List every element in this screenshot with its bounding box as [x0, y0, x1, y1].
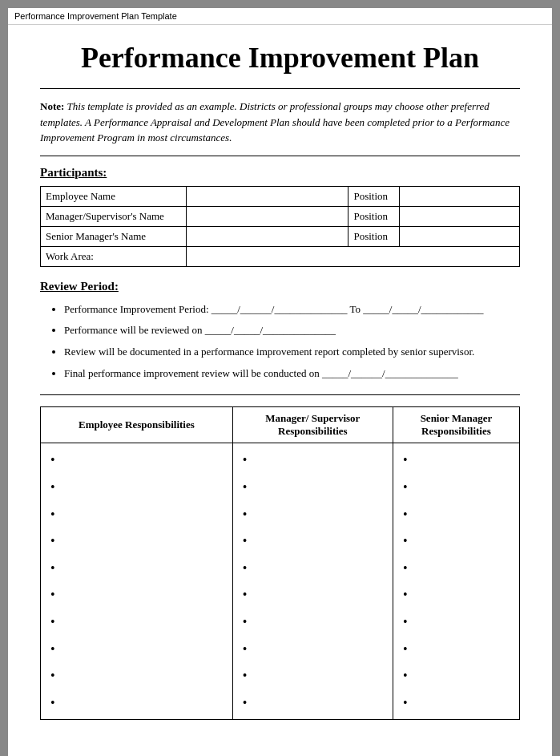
bullet: •	[400, 608, 513, 636]
bullet: •	[240, 501, 386, 528]
sr-mgr-resp-content: • • • • • • • • • •	[400, 447, 513, 716]
note-text: This template is provided as an example.…	[40, 100, 510, 144]
manager-name-label: Manager/Supervisor's Name	[41, 206, 187, 226]
main-title: Performance Improvement Plan	[40, 41, 520, 75]
note-label: Note:	[40, 100, 64, 112]
resp-header-row: Employee Responsibilities Manager/ Super…	[41, 407, 520, 443]
sr-mgr-resp-header: Senior ManagerResponsibilities	[393, 407, 519, 443]
bullet: •	[47, 528, 226, 555]
work-area-label: Work Area:	[41, 246, 187, 266]
bullet: •	[240, 689, 386, 717]
review-period-bullets: Performance Improvement Period: _____/__…	[64, 300, 520, 384]
bullet: •	[240, 555, 386, 582]
table-row: Senior Manager's Name Position	[41, 226, 520, 246]
bullet: •	[47, 555, 226, 582]
sr-mgr-resp-cell: • • • • • • • • • •	[393, 443, 519, 720]
divider-top	[40, 88, 520, 89]
emp-resp-content: • • • • • • • • • •	[47, 447, 226, 716]
page-content: Performance Improvement Plan Note: This …	[8, 25, 552, 744]
list-item: Review will be documented in a performan…	[64, 342, 520, 362]
bullet: •	[240, 636, 386, 663]
divider-after-note	[40, 156, 520, 156]
bullet: •	[240, 528, 386, 555]
table-row: Work Area:	[41, 246, 520, 266]
page-header-bar: Performance Improvement Plan Template	[8, 8, 552, 25]
position-value-2	[400, 226, 520, 246]
page-header-title: Performance Improvement Plan Template	[14, 11, 177, 21]
bullet: •	[47, 474, 226, 501]
bullet: •	[240, 447, 386, 474]
bullet: •	[47, 581, 226, 608]
list-item: Final performance improvement review wil…	[64, 364, 520, 384]
divider-before-resp	[40, 394, 520, 395]
manager-name-value	[186, 206, 348, 226]
bullet: •	[400, 636, 513, 663]
employee-name-label: Employee Name	[41, 186, 187, 206]
work-area-value	[186, 246, 519, 266]
bullet: •	[47, 608, 226, 636]
table-row: Manager/Supervisor's Name Position	[41, 206, 520, 226]
emp-resp-header: Employee Responsibilities	[41, 407, 233, 443]
list-item: Performance will be reviewed on _____/__…	[64, 321, 520, 341]
participants-table: Employee Name Position Manager/Superviso…	[40, 186, 520, 267]
bullet: •	[400, 662, 513, 689]
senior-manager-label: Senior Manager's Name	[41, 226, 187, 246]
bullet: •	[240, 608, 386, 636]
bullet: •	[400, 581, 513, 608]
bullet: •	[47, 662, 226, 689]
page-container: Performance Improvement Plan Template Pe…	[8, 8, 552, 756]
position-value-1	[400, 206, 520, 226]
position-label-0: Position	[348, 186, 400, 206]
bullet: •	[47, 636, 226, 663]
employee-name-value	[186, 186, 348, 206]
participants-heading: Participants:	[40, 166, 520, 180]
position-value-0	[400, 186, 520, 206]
bullet: •	[400, 528, 513, 555]
mgr-resp-cell: • • • • • • • • • •	[232, 443, 393, 720]
resp-content-row: • • • • • • • • • •	[41, 443, 520, 720]
emp-resp-cell: • • • • • • • • • •	[41, 443, 233, 720]
list-item: Performance Improvement Period: _____/__…	[64, 300, 520, 320]
responsibilities-table: Employee Responsibilities Manager/ Super…	[40, 406, 520, 720]
mgr-resp-header: Manager/ SupervisorResponsibilities	[232, 407, 393, 443]
bullet: •	[400, 501, 513, 528]
review-period-section: Review Period: Performance Improvement P…	[40, 280, 520, 384]
bullet: •	[400, 555, 513, 582]
bullet: •	[47, 447, 226, 474]
mgr-resp-content: • • • • • • • • • •	[240, 447, 386, 716]
bullet: •	[240, 581, 386, 608]
bullet: •	[47, 501, 226, 528]
bullet: •	[47, 689, 226, 717]
table-row: Employee Name Position	[41, 186, 520, 206]
senior-manager-value	[186, 226, 348, 246]
review-period-heading: Review Period:	[40, 280, 520, 293]
position-label-2: Position	[348, 226, 400, 246]
bullet: •	[400, 447, 513, 474]
bullet: •	[240, 474, 386, 501]
bullet: •	[400, 689, 513, 717]
note-section: Note: This template is provided as an ex…	[40, 99, 520, 146]
position-label-1: Position	[348, 206, 400, 226]
bullet: •	[240, 662, 386, 689]
bullet: •	[400, 474, 513, 501]
